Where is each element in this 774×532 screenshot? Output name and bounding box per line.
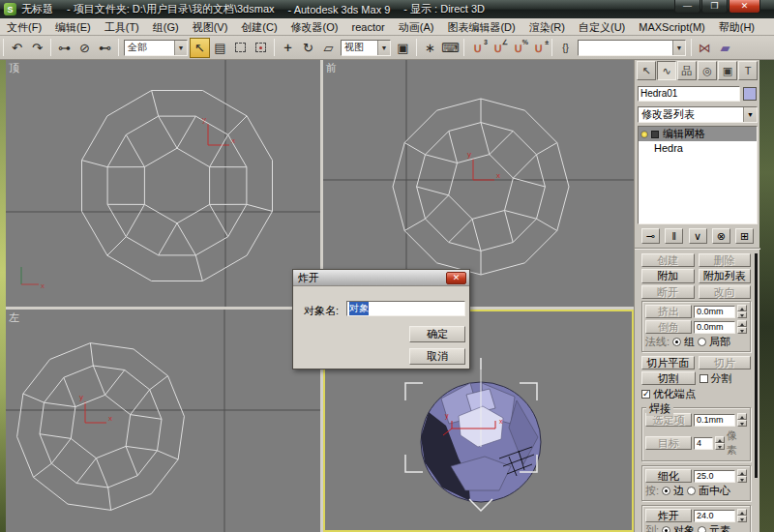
explode-value[interactable]: 24.0 [694,510,735,522]
tessellate-value[interactable]: 25.0 [694,470,735,483]
dropdown-arrow-icon[interactable]: ▼ [672,41,685,55]
tab-hierarchy[interactable]: 品 [677,61,697,80]
unlink-selection-icon[interactable]: ⊘ [74,38,95,58]
mirror-icon[interactable]: ⋈ [695,38,715,58]
pin-stack-icon[interactable]: ⊸ [641,228,660,244]
keyboard-shortcut-override-icon[interactable]: ⌨ [440,38,461,58]
menu-views[interactable]: 视图(V) [186,18,235,36]
extrude-button[interactable]: 挤出 [645,305,692,318]
tab-motion[interactable]: ◎ [698,61,717,80]
weld-target-button[interactable]: 目标 [645,436,692,450]
delete-button[interactable]: 删除 [699,253,752,267]
split-checkbox[interactable] [700,374,708,383]
menu-animation[interactable]: 动画(A) [392,18,441,36]
menu-tools[interactable]: 工具(T) [98,18,146,36]
spinner-up-icon[interactable] [737,509,747,516]
dropdown-arrow-icon[interactable]: ▼ [174,41,187,55]
slice-plane-button[interactable]: 切片平面 [641,356,695,369]
spinner-down-icon[interactable] [737,327,747,334]
turn-button[interactable]: 改向 [699,285,752,299]
attach-list-button[interactable]: 附加列表 [699,269,752,283]
select-object-button[interactable]: ↖ [190,38,210,58]
menu-help[interactable]: 帮助(H) [712,18,761,36]
dialog-close-icon[interactable]: ✕ [446,272,466,284]
object-name-field[interactable] [638,86,740,102]
modifier-enabled-bulb-icon[interactable] [640,131,648,138]
menu-modifiers[interactable]: 修改器(O) [284,18,345,36]
viewport-top[interactable]: 顶 x y x [6,60,320,307]
weld-target-value[interactable]: 4 [694,437,713,450]
stack-item-hedra[interactable]: Hedra [639,141,757,155]
remove-modifier-icon[interactable]: ⊗ [712,228,730,244]
bevel-value[interactable]: 0.0mm [694,321,735,334]
snap-toggle-3d-icon[interactable]: ∪3 [467,38,488,58]
create-button[interactable]: 创建 [641,253,695,267]
spinner-down-icon[interactable] [737,476,747,483]
select-and-move-icon[interactable]: ＋ [278,38,298,58]
rectangular-selection-region-icon[interactable] [230,38,251,58]
by-face-center-radio[interactable] [687,487,696,495]
menu-customize[interactable]: 自定义(U) [572,18,632,36]
menu-rendering[interactable]: 渲染(R) [522,18,572,36]
spinner-down-icon[interactable] [737,516,747,522]
percent-snap-icon[interactable]: ∪% [508,38,528,58]
menu-create[interactable]: 创建(C) [234,18,283,36]
spinner-up-icon[interactable] [737,413,747,420]
cancel-button[interactable]: 取消 [409,348,465,365]
menu-maxscript[interactable]: MAXScript(M) [632,18,711,36]
to-element-radio[interactable] [698,526,706,532]
select-and-rotate-icon[interactable]: ↻ [298,38,318,58]
menu-file[interactable]: 文件(F) [0,18,48,36]
tab-create[interactable]: ↖ [637,61,656,80]
normal-local-radio[interactable] [698,338,706,346]
viewport-front-label[interactable]: 前 [326,61,337,75]
select-and-scale-icon[interactable]: ▱ [318,38,339,58]
dropdown-arrow-icon[interactable]: ▼ [377,41,390,55]
configure-modifier-sets-icon[interactable]: ⊞ [735,228,754,244]
ok-button[interactable]: 确定 [409,326,465,342]
spinner-up-icon[interactable] [737,320,747,327]
named-selection-dropdown[interactable]: ▼ [578,40,686,56]
spinner-down-icon[interactable] [737,420,747,427]
attach-button[interactable]: 附加 [641,269,695,283]
menu-graph-editors[interactable]: 图表编辑器(D) [440,18,521,36]
viewport-left[interactable]: 左 x y [6,310,320,532]
angle-snap-icon[interactable]: ∪∠ [488,38,508,58]
viewport-top-label[interactable]: 顶 [9,61,19,75]
spinner-down-icon[interactable] [715,443,725,450]
circular-selection-region-icon[interactable] [251,38,271,58]
tessellate-button[interactable]: 细化 [645,469,692,483]
bevel-button[interactable]: 倒角 [645,320,692,334]
explode-button[interactable]: 炸开 [645,509,692,522]
cut-button[interactable]: 切割 [641,371,696,385]
show-end-result-icon[interactable]: ‖ [665,228,683,244]
rollout-scrollbar[interactable] [755,253,758,478]
weld-selected-value[interactable]: 0.1mm [694,414,735,427]
menu-edit[interactable]: 编辑(E) [48,18,98,36]
redo-icon[interactable]: ↷ [27,38,47,58]
reference-coordinate-dropdown[interactable]: 视图 ▼ [341,40,391,56]
to-object-radio[interactable] [662,526,670,532]
minimize-button[interactable]: — [674,0,700,14]
tab-modify[interactable]: ∿ [657,61,676,80]
viewport-left-label[interactable]: 左 [9,310,19,325]
named-selection-sets-icon[interactable]: {} [555,38,576,58]
close-button[interactable]: ✕ [729,0,760,14]
menu-reactor[interactable]: reactor [345,18,392,36]
object-name-input[interactable]: 对象 [346,301,465,316]
spinner-snap-icon[interactable]: ∪± [528,38,549,58]
modifier-list-dropdown[interactable]: 修改器列表 ▼ [638,106,758,123]
select-and-manipulate-icon[interactable]: ∗ [420,38,440,58]
explode-dialog-titlebar[interactable]: 炸开 ✕ [293,270,469,286]
use-pivot-point-icon[interactable]: ▣ [393,38,413,58]
select-and-link-icon[interactable]: ⊶ [54,38,74,58]
layer-manager-icon[interactable]: ▰ [715,38,735,58]
dropdown-arrow-icon[interactable]: ▼ [743,107,757,122]
maximize-button[interactable]: ❐ [701,0,728,14]
bind-to-spacewarp-icon[interactable]: ⊷ [95,38,115,58]
selection-filter-dropdown[interactable]: 全部 ▼ [124,40,188,56]
menu-group[interactable]: 组(G) [146,18,186,36]
spinner-down-icon[interactable] [737,311,747,318]
extrude-value[interactable]: 0.0mm [694,306,735,318]
tab-utilities[interactable]: T [738,61,758,80]
